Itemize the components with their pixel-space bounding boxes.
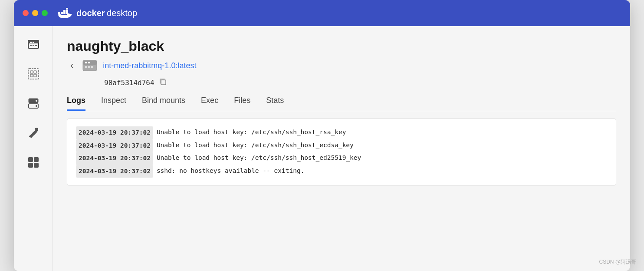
log-timestamp: 2024-03-19 20:37:02 [76,152,153,165]
tab-inspect[interactable]: Inspect [101,96,126,111]
container-id-row: 90af5314d764 [104,78,616,87]
extensions-icon [27,156,40,169]
svg-rect-9 [30,42,32,43]
log-timestamp: 2024-03-19 20:37:02 [76,126,153,139]
title-bar: docker desktop [14,0,630,26]
svg-rect-32 [85,66,87,68]
container-image-link[interactable]: int-med-rabbitmq-1.0:latest [103,61,196,70]
svg-rect-2 [63,12,66,14]
container-image-row: ‹ int-med-rabbitmq-1.0:latest [67,58,616,73]
log-line: 2024-03-19 20:37:02Unable to load host k… [76,152,607,165]
copy-icon[interactable] [159,78,167,87]
svg-rect-31 [88,62,90,63]
back-button[interactable]: ‹ [67,58,77,73]
svg-rect-5 [66,10,68,12]
minimize-button[interactable] [32,10,38,16]
docker-whale-icon [57,7,73,19]
svg-rect-12 [33,45,34,46]
sidebar-item-containers[interactable] [24,35,43,54]
log-line: 2024-03-19 20:37:02sshd: no hostkeys ava… [76,165,607,178]
docker-logo: docker desktop [57,7,137,19]
tab-bind-mounts[interactable]: Bind mounts [142,96,185,111]
svg-rect-35 [161,80,166,85]
sidebar-item-volumes[interactable] [24,94,43,113]
svg-rect-10 [33,42,34,43]
svg-point-22 [36,105,37,107]
tab-files[interactable]: Files [234,96,250,111]
tab-exec[interactable]: Exec [201,96,218,111]
svg-rect-24 [28,157,33,162]
svg-rect-13 [35,45,37,46]
sidebar [14,26,53,271]
main-layout: naughty_black ‹ int-med-rabbitmq-1.0:lat… [14,26,630,271]
svg-rect-34 [91,66,93,68]
sidebar-item-extensions[interactable] [24,153,43,172]
settings-icon [27,126,40,139]
svg-rect-15 [30,71,33,73]
svg-rect-16 [34,71,36,73]
log-message: Unable to load host key: /etc/ssh/ssh_ho… [157,139,354,152]
log-line: 2024-03-19 20:37:02Unable to load host k… [76,139,607,152]
svg-rect-33 [88,66,90,68]
log-message: sshd: no hostkeys available -- exiting. [157,165,304,178]
container-small-icon [82,58,98,73]
svg-rect-25 [34,157,39,162]
container-name: naughty_black [67,38,616,54]
watermark: CSDN @阿汤哥 [599,258,636,266]
content-area: naughty_black ‹ int-med-rabbitmq-1.0:lat… [53,26,630,271]
svg-rect-1 [61,12,63,14]
tab-logs[interactable]: Logs [67,96,85,111]
tabs-bar: Logs Inspect Bind mounts Exec Files Stat… [67,96,616,111]
svg-rect-14 [28,69,39,79]
log-timestamp: 2024-03-19 20:37:02 [76,165,153,178]
svg-rect-17 [30,74,33,77]
log-message: Unable to load host key: /etc/ssh/ssh_ho… [157,152,361,165]
svg-rect-30 [85,62,87,63]
sidebar-item-images[interactable] [24,64,43,83]
maximize-button[interactable] [42,10,48,16]
svg-rect-26 [28,163,33,168]
app-window: docker desktop [14,0,630,271]
svg-point-21 [36,100,37,102]
log-timestamp: 2024-03-19 20:37:02 [76,139,153,152]
svg-rect-4 [63,10,66,12]
images-icon [27,67,40,80]
app-title: docker desktop [76,8,137,18]
tab-stats[interactable]: Stats [266,96,284,111]
container-id: 90af5314d764 [104,79,154,87]
traffic-lights [23,10,48,16]
close-button[interactable] [23,10,29,16]
sidebar-item-settings[interactable] [24,123,43,142]
svg-rect-6 [66,8,68,10]
log-message: Unable to load host key: /etc/ssh/ssh_ho… [157,126,346,139]
svg-rect-27 [34,163,39,168]
containers-icon [27,38,40,51]
volumes-icon [27,97,40,110]
svg-rect-18 [34,74,36,77]
log-area: 2024-03-19 20:37:02Unable to load host k… [67,118,616,186]
svg-rect-11 [30,45,32,46]
container-header: naughty_black ‹ int-med-rabbitmq-1.0:lat… [67,38,616,87]
log-line: 2024-03-19 20:37:02Unable to load host k… [76,126,607,139]
